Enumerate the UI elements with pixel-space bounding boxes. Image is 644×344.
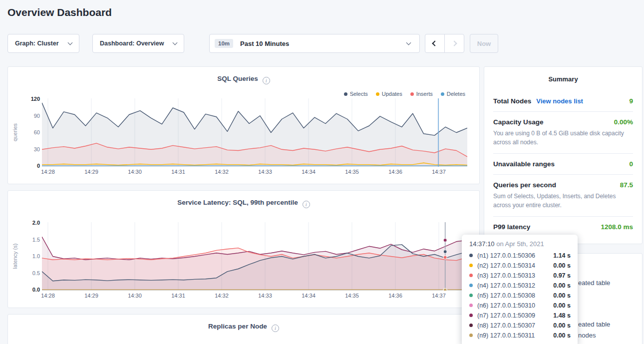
- x-tick-label: 14:32: [215, 293, 229, 299]
- node-latency-value: 0.97 s: [553, 272, 571, 279]
- service-latency-chart-canvas[interactable]: [42, 222, 467, 291]
- dashboard-dropdown-label: Dashboard: Overview: [100, 40, 164, 47]
- node-address: (n4) 127.0.0.1:50312: [477, 282, 549, 289]
- y-tick-label: 60: [34, 129, 40, 135]
- unavailable-ranges-label: Unavailable ranges: [493, 160, 555, 168]
- node-address: (n2) 127.0.0.1:50314: [477, 262, 549, 269]
- node-latency-value: 0.00 s: [553, 282, 571, 289]
- tooltip-node-row: (n8) 127.0.0.1:503070.00 s: [469, 321, 571, 330]
- legend-item[interactable]: Updates: [376, 91, 402, 97]
- summary-row-total-nodes: Total Nodes View nodes list 9: [493, 91, 633, 112]
- tooltip-node-row: (n9) 127.0.0.1:503110.00 s: [469, 331, 571, 340]
- y-tick-label: 0.5: [32, 270, 40, 276]
- tooltip-node-row: (n7) 127.0.0.1:503091.48 s: [469, 311, 571, 320]
- page-title: Overview Dashboard: [7, 6, 112, 18]
- x-tick-label: 14:28: [41, 293, 55, 299]
- node-color-dot: [469, 324, 473, 327]
- node-color-dot: [469, 314, 473, 317]
- x-tick-label: 14:30: [128, 169, 142, 175]
- view-nodes-list-link[interactable]: View nodes list: [536, 97, 583, 105]
- node-address: (n5) 127.0.0.1:50308: [477, 292, 549, 299]
- x-tick-label: 14:33: [258, 169, 272, 175]
- chart-title-row: Service Latency: SQL, 99th percentile: [8, 199, 479, 208]
- summary-row-p99-latency: P99 latency 1208.0 ms: [493, 217, 633, 237]
- legend-color-dot: [344, 92, 347, 96]
- node-latency-value: 1.14 s: [553, 252, 571, 259]
- x-tick-label: 14:35: [345, 293, 359, 299]
- capacity-usage-subtext: You are using 0 B of 4.5 GiB usable disk…: [493, 129, 633, 147]
- tooltip-node-row: (n6) 127.0.0.1:503100.00 s: [469, 301, 571, 310]
- p99-latency-value: 1208.0 ms: [601, 223, 633, 231]
- sql-queries-chart-canvas[interactable]: [42, 98, 467, 167]
- chevron-down-icon: [406, 40, 411, 45]
- node-latency-value: 0.00 s: [553, 302, 571, 309]
- capacity-usage-value: 0.00%: [614, 118, 633, 126]
- info-icon[interactable]: [303, 201, 310, 208]
- y-tick-label: 90: [34, 113, 40, 119]
- y-tick-label: 0: [37, 163, 40, 169]
- dashboard-dropdown[interactable]: Dashboard: Overview: [92, 34, 184, 53]
- now-button[interactable]: Now: [470, 34, 498, 53]
- legend-item[interactable]: Deletes: [441, 91, 465, 97]
- node-latency-value: 0.00 s: [553, 292, 571, 299]
- y-tick-label: 120: [31, 96, 40, 102]
- legend-item[interactable]: Inserts: [410, 91, 433, 97]
- total-nodes-value: 9: [629, 97, 633, 105]
- total-nodes-label: Total Nodes: [493, 97, 531, 105]
- queries-per-second-value: 87.5: [620, 181, 633, 189]
- graph-dropdown[interactable]: Graph: Cluster: [7, 34, 79, 53]
- node-color-dot: [469, 274, 473, 277]
- info-icon[interactable]: [263, 77, 270, 84]
- x-tick-label: 14:28: [41, 169, 55, 175]
- node-address: (n7) 127.0.0.1:50309: [477, 312, 549, 319]
- time-next-button[interactable]: [444, 34, 464, 53]
- chart-legend: SelectsUpdatesInsertsDeletes: [344, 91, 465, 97]
- x-tick-label: 14:36: [388, 293, 402, 299]
- replicas-chart-title: Replicas per Node: [208, 323, 267, 330]
- tooltip-node-rows: (n1) 127.0.0.1:503061.14 s(n2) 127.0.0.1…: [469, 251, 571, 340]
- tooltip-node-row: (n1) 127.0.0.1:503061.14 s: [469, 251, 571, 260]
- chevron-left-icon: [432, 40, 437, 46]
- summary-panel: Summary Total Nodes View nodes list 9 Ca…: [484, 66, 643, 244]
- x-tick-label: 14:35: [345, 169, 359, 175]
- legend-item[interactable]: Selects: [344, 91, 368, 97]
- node-address: (n6) 127.0.0.1:50310: [477, 302, 549, 309]
- chart-title-row: SQL Queries: [8, 75, 479, 84]
- event-item-text[interactable]: eated table: [578, 279, 610, 287]
- x-axis-ticks: 14:2814:2914:3014:3114:3214:3314:3414:35…: [42, 169, 467, 176]
- legend-color-dot: [410, 92, 414, 96]
- capacity-usage-label: Capacity Usage: [493, 118, 544, 126]
- x-tick-label: 14:34: [302, 169, 316, 175]
- node-color-dot: [469, 304, 473, 307]
- unavailable-ranges-value: 0: [629, 160, 633, 168]
- chevron-down-icon: [68, 40, 73, 45]
- event-item-text[interactable]: eated table: [578, 321, 610, 328]
- node-color-dot: [469, 254, 473, 257]
- tooltip-date: on Apr 5th, 2021: [496, 240, 544, 248]
- x-tick-label: 14:37: [432, 293, 446, 299]
- node-address: (n9) 127.0.0.1:50311: [477, 332, 549, 339]
- time-prev-button[interactable]: [425, 34, 445, 53]
- node-latency-value: 0.00 s: [553, 332, 571, 339]
- summary-row-capacity-usage: Capacity Usage 0.00% You are using 0 B o…: [493, 112, 633, 154]
- info-icon[interactable]: [272, 325, 279, 332]
- node-address: (n1) 127.0.0.1:50306: [477, 252, 549, 259]
- summary-row-unavailable-ranges: Unavailable ranges 0: [493, 154, 633, 175]
- time-range-badge: 10m: [215, 39, 233, 48]
- tooltip-node-row: (n4) 127.0.0.1:503120.00 s: [469, 281, 571, 290]
- time-range-selector[interactable]: 10m Past 10 Minutes: [209, 34, 420, 53]
- event-item-text[interactable]: nodes: [578, 332, 596, 339]
- chart-title-row: Replicas per Node: [8, 323, 479, 332]
- replicas-per-node-panel: Replicas per Node: [7, 314, 480, 344]
- y-tick-label: 2.0: [32, 220, 40, 226]
- sql-queries-panel: SQL Queries SelectsUpdatesInsertsDeletes…: [7, 66, 480, 184]
- now-button-label: Now: [477, 40, 491, 47]
- tooltip-node-row: (n5) 127.0.0.1:503080.00 s: [469, 291, 571, 300]
- y-tick-label: 1.5: [32, 237, 40, 243]
- graph-dropdown-label: Graph: Cluster: [15, 40, 59, 47]
- tooltip-node-row: (n3) 127.0.0.1:503130.97 s: [469, 271, 571, 280]
- x-tick-label: 14:32: [215, 169, 229, 175]
- chevron-right-icon: [451, 40, 457, 46]
- node-color-dot: [469, 294, 473, 297]
- sql-queries-chart-title: SQL Queries: [217, 75, 258, 82]
